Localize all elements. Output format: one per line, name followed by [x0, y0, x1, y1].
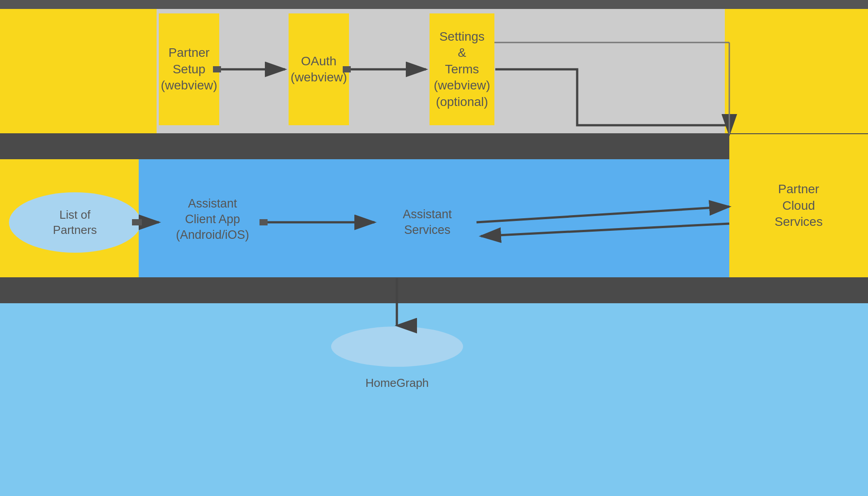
partner-setup-box: PartnerSetup(webview) — [159, 13, 219, 125]
partner-cloud-services-box: PartnerCloudServices — [729, 134, 868, 277]
settings-terms-label: Settings &Terms(webview)(optional) — [434, 29, 490, 110]
assistant-client-app-label: AssistantClient App(Android/iOS) — [163, 196, 262, 243]
bg-dark-bottom-band — [0, 277, 868, 303]
homegraph-label: HomeGraph — [331, 376, 463, 391]
settings-terms-box: Settings &Terms(webview)(optional) — [430, 13, 494, 125]
partner-setup-label: PartnerSetup(webview) — [161, 45, 217, 93]
oauth-box: OAuth(webview) — [289, 13, 349, 125]
list-of-partners-ellipse: List ofPartners — [9, 192, 141, 253]
oauth-label: OAuth(webview) — [290, 53, 347, 86]
bg-dark-top-band — [0, 0, 868, 9]
assistant-services-label: AssistantServices — [378, 207, 477, 238]
partner-cloud-services-label: PartnerCloudServices — [774, 181, 822, 230]
homegraph-ellipse — [331, 326, 463, 367]
list-of-partners-label: List ofPartners — [53, 208, 97, 238]
